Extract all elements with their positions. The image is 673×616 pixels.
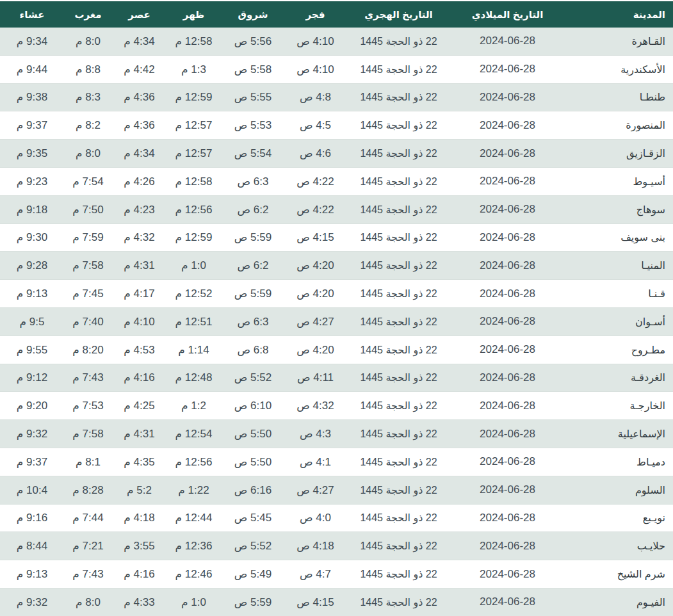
column-header-city: المدينة	[564, 1, 673, 28]
table-row: القـاهرة2024-06-2822 ذو الحجة 14454:10 ص…	[0, 28, 673, 55]
cell-city: دميـاط	[564, 448, 673, 476]
cell-hijri: 22 ذو الحجة 1445	[346, 420, 451, 448]
cell-gregorian: 2024-06-28	[451, 28, 564, 55]
cell-hijri: 22 ذو الحجة 1445	[346, 504, 451, 532]
cell-hijri: 22 ذو الحجة 1445	[346, 252, 451, 280]
table-row: نويـبع2024-06-2822 ذو الحجة 14454:0 ص5:4…	[0, 504, 673, 532]
cell-city: أسيـوط	[564, 167, 673, 195]
table-row: مطـروح2024-06-2822 ذو الحجة 14454:20 ص6:…	[0, 336, 673, 364]
cell-city: الفيـوم	[564, 588, 673, 616]
cell-gregorian: 2024-06-28	[451, 448, 564, 476]
cell-dhuhr: 12:56 م	[166, 448, 221, 476]
cell-fajr: 4:1 ص	[285, 448, 346, 476]
column-header-dhuhr: ظهر	[166, 1, 221, 28]
cell-city: حلايـب	[564, 532, 673, 560]
cell-maghrib: 8:0 م	[64, 140, 112, 168]
cell-asr: 4:35 م	[112, 448, 166, 476]
cell-isha: 9:34 م	[0, 28, 64, 55]
cell-isha: 9:44 م	[0, 55, 64, 83]
cell-city: الإسماعيلية	[564, 420, 673, 448]
cell-fajr: 4:32 ص	[285, 392, 346, 420]
cell-maghrib: 7:45 م	[64, 280, 112, 308]
cell-hijri: 22 ذو الحجة 1445	[346, 560, 451, 588]
cell-city: شرم الشيخ	[564, 560, 673, 588]
table-row: أسـوان2024-06-2822 ذو الحجة 14454:27 ص6:…	[0, 307, 673, 336]
column-header-asr: عصر	[112, 1, 166, 28]
cell-maghrib: 8:2 م	[64, 111, 112, 140]
cell-city: المنيـا	[564, 252, 673, 280]
cell-fajr: 4:20 ص	[285, 280, 346, 308]
cell-gregorian: 2024-06-28	[451, 195, 564, 223]
cell-maghrib: 8:1 م	[64, 448, 112, 476]
cell-maghrib: 7:50 م	[64, 195, 112, 223]
cell-maghrib: 8:8 م	[64, 55, 112, 83]
cell-city: نويـبع	[564, 504, 673, 532]
cell-hijri: 22 ذو الحجة 1445	[346, 392, 451, 420]
cell-asr: 4:36 م	[112, 83, 166, 111]
cell-isha: 9:16 م	[0, 504, 64, 532]
cell-fajr: 4:18 ص	[285, 532, 346, 560]
cell-maghrib: 7:43 م	[64, 364, 112, 392]
cell-dhuhr: 1:0 م	[166, 252, 221, 280]
cell-city: المنصورة	[564, 111, 673, 140]
cell-gregorian: 2024-06-28	[451, 167, 564, 195]
cell-sunrise: 5:54 ص	[221, 140, 285, 168]
cell-city: القـاهرة	[564, 28, 673, 55]
cell-maghrib: 8:0 م	[64, 588, 112, 616]
cell-maghrib: 8:28 م	[64, 476, 112, 504]
cell-gregorian: 2024-06-28	[451, 392, 564, 420]
cell-dhuhr: 12:54 م	[166, 420, 221, 448]
cell-gregorian: 2024-06-28	[451, 307, 564, 336]
column-header-sunrise: شروق	[221, 1, 285, 28]
cell-city: الخارجـة	[564, 392, 673, 420]
cell-hijri: 22 ذو الحجة 1445	[346, 588, 451, 616]
cell-dhuhr: 12:58 م	[166, 28, 221, 55]
cell-dhuhr: 12:59 م	[166, 83, 221, 111]
cell-asr: 4:23 م	[112, 195, 166, 223]
cell-sunrise: 6:16 ص	[221, 476, 285, 504]
table-row: الإسماعيلية2024-06-2822 ذو الحجة 14454:3…	[0, 420, 673, 448]
column-header-isha: عشاء	[0, 1, 64, 28]
cell-sunrise: 5:55 ص	[221, 83, 285, 111]
cell-sunrise: 5:59 ص	[221, 588, 285, 616]
cell-maghrib: 7:53 م	[64, 392, 112, 420]
cell-dhuhr: 12:51 م	[166, 307, 221, 336]
cell-dhuhr: 12:58 م	[166, 167, 221, 195]
cell-maghrib: 7:58 م	[64, 420, 112, 448]
cell-dhuhr: 12:44 م	[166, 504, 221, 532]
cell-fajr: 4:8 ص	[285, 83, 346, 111]
cell-gregorian: 2024-06-28	[451, 532, 564, 560]
cell-isha: 9:38 م	[0, 83, 64, 111]
prayer-times-table-container: المدينةالتاريخ الميلاديالتاريخ الهجريفجر…	[0, 0, 673, 616]
cell-sunrise: 5:52 ص	[221, 532, 285, 560]
cell-asr: 4:17 م	[112, 280, 166, 308]
cell-isha: 9:18 م	[0, 195, 64, 223]
cell-sunrise: 6:10 ص	[221, 392, 285, 420]
cell-asr: 5:2 م	[112, 476, 166, 504]
table-row: حلايـب2024-06-2822 ذو الحجة 14454:18 ص5:…	[0, 532, 673, 560]
cell-hijri: 22 ذو الحجة 1445	[346, 307, 451, 336]
table-row: الخارجـة2024-06-2822 ذو الحجة 14454:32 ص…	[0, 392, 673, 420]
cell-isha: 8:44 م	[0, 532, 64, 560]
cell-city: الزقـازيق	[564, 140, 673, 168]
cell-fajr: 4:3 ص	[285, 420, 346, 448]
cell-isha: 9:23 م	[0, 167, 64, 195]
cell-sunrise: 6:2 ص	[221, 252, 285, 280]
cell-city: السلوم	[564, 476, 673, 504]
cell-isha: 9:13 م	[0, 280, 64, 308]
cell-asr: 4:42 م	[112, 55, 166, 83]
cell-fajr: 4:20 ص	[285, 252, 346, 280]
table-row: الأسكندرية2024-06-2822 ذو الحجة 14454:10…	[0, 55, 673, 83]
cell-maghrib: 8:20 م	[64, 336, 112, 364]
cell-hijri: 22 ذو الحجة 1445	[346, 140, 451, 168]
cell-fajr: 4:22 ص	[285, 195, 346, 223]
cell-gregorian: 2024-06-28	[451, 55, 564, 83]
table-row: أسيـوط2024-06-2822 ذو الحجة 14454:22 ص6:…	[0, 167, 673, 195]
table-row: السلوم2024-06-2822 ذو الحجة 14454:27 ص6:…	[0, 476, 673, 504]
column-header-maghrib: مغرب	[64, 1, 112, 28]
cell-asr: 4:53 م	[112, 336, 166, 364]
table-row: سوهاج2024-06-2822 ذو الحجة 14454:22 ص6:2…	[0, 195, 673, 223]
table-row: قـنـا2024-06-2822 ذو الحجة 14454:20 ص5:5…	[0, 280, 673, 308]
cell-fajr: 4:27 ص	[285, 476, 346, 504]
table-row: بنى سويف2024-06-2822 ذو الحجة 14454:15 ص…	[0, 223, 673, 252]
